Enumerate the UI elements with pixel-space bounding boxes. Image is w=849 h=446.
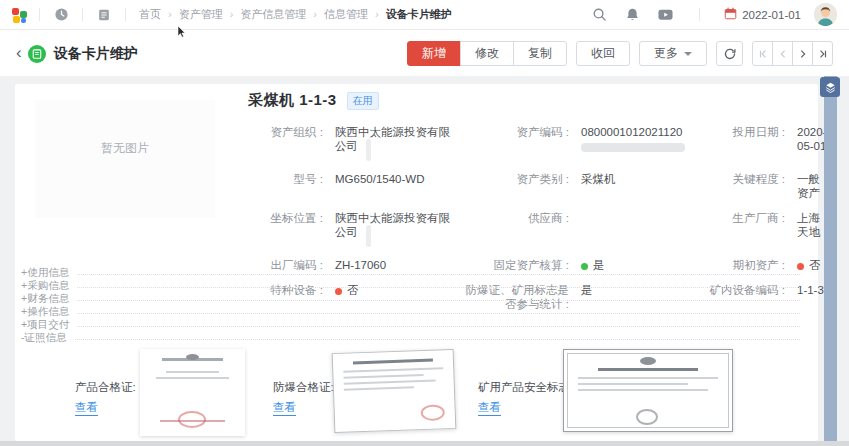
mining-safety-cert-thumbnail[interactable]	[563, 349, 733, 432]
pager-prev-button[interactable]	[772, 41, 793, 66]
field-value: MG650/1540-WD	[329, 168, 457, 207]
side-panel-strip	[824, 76, 837, 446]
field-value: 陕西中太能源投资有限公司	[329, 121, 457, 168]
section-toggle-certificates[interactable]: -证照信息	[21, 331, 800, 344]
field-value: 一般资产	[791, 168, 826, 207]
mouse-cursor	[177, 24, 187, 42]
withdraw-button[interactable]: 收回	[576, 41, 630, 66]
modify-button[interactable]: 修改	[460, 41, 514, 66]
refresh-button[interactable]	[716, 41, 743, 66]
field-label: 投用日期	[693, 121, 785, 168]
masked-value	[581, 143, 685, 152]
explosionproof-cert-thumbnail[interactable]	[332, 349, 457, 433]
date-display: 2022-01-01	[724, 7, 801, 22]
field-label: 供应商	[463, 207, 569, 254]
history-clock-icon[interactable]	[51, 5, 71, 25]
field-label: 资产编码	[463, 121, 569, 168]
chevron-down-icon	[684, 52, 692, 60]
field-value: 采煤机	[575, 168, 687, 207]
field-value: 2020-05-01	[791, 121, 826, 168]
app-logo[interactable]	[12, 7, 28, 23]
user-avatar[interactable]	[814, 3, 837, 26]
toolbar: 新增 修改 复制 收回 更多	[407, 41, 833, 66]
layers-panel-button[interactable]	[820, 77, 840, 97]
field-value: 陕西中太能源投资有限公司	[329, 207, 457, 254]
product-cert-block: 产品合格证: 查看	[75, 380, 136, 416]
field-label: 关键程度	[693, 168, 785, 207]
pager-next-button[interactable]	[792, 41, 813, 66]
pager	[752, 41, 833, 66]
field-value: 0800001012021120	[575, 121, 687, 168]
breadcrumb: 首页 资产管理 资产信息管理 信息管理 设备卡片维护	[139, 7, 452, 22]
pager-last-button[interactable]	[812, 41, 833, 66]
divider	[699, 8, 700, 21]
field-label: 资产组织	[237, 121, 323, 168]
image-placeholder: 暂无图片	[35, 100, 215, 218]
cert-label: 产品合格证:	[75, 380, 136, 395]
page-title: 设备卡片维护	[54, 45, 138, 63]
section-toggle-operation[interactable]: +操作信息	[21, 305, 800, 318]
field-value	[575, 207, 687, 254]
cert-label: 矿用产品安全标志:	[478, 380, 573, 395]
explosionproof-cert-block: 防爆合格证: 查看	[273, 380, 334, 416]
calendar-icon	[724, 7, 737, 22]
copy-button[interactable]: 复制	[513, 41, 567, 66]
section-toggle-procurement[interactable]: +采购信息	[21, 279, 800, 292]
cert-label: 防爆合格证:	[273, 380, 334, 395]
divider	[82, 8, 83, 21]
section-toggle-finance[interactable]: +财务信息	[21, 292, 800, 305]
action-button-group: 新增 修改 复制	[407, 41, 567, 66]
breadcrumb-item-current: 设备卡片维护	[386, 7, 452, 22]
equipment-header: 采煤机 1-1-3 在用	[248, 91, 379, 110]
equipment-title: 采煤机 1-1-3	[248, 91, 337, 110]
search-icon[interactable]	[589, 5, 609, 25]
field-value: 上海天地	[791, 207, 826, 254]
detail-card: 采煤机 1-1-3 在用 暂无图片 资产组织 陕西中太能源投资有限公司 资产编码…	[15, 84, 818, 441]
document-icon[interactable]	[94, 5, 114, 25]
back-button[interactable]: ‹	[16, 44, 26, 63]
divider	[39, 8, 40, 21]
topbar: 首页 资产管理 资产信息管理 信息管理 设备卡片维护 2022-01-01	[0, 0, 849, 30]
status-badge: 在用	[347, 92, 379, 110]
section-toggle-usage[interactable]: +使用信息	[21, 266, 800, 279]
video-icon[interactable]	[655, 5, 675, 25]
layers-icon	[824, 81, 837, 94]
pager-first-button[interactable]	[752, 41, 773, 66]
content-area: 采煤机 1-1-3 在用 暂无图片 资产组织 陕西中太能源投资有限公司 资产编码…	[0, 76, 849, 446]
add-button[interactable]: 新增	[407, 41, 461, 66]
topbar-right: 2022-01-01	[589, 3, 837, 26]
refresh-icon	[723, 47, 737, 61]
breadcrumb-item-info-mgmt[interactable]: 信息管理	[324, 7, 386, 22]
more-button[interactable]: 更多	[639, 41, 707, 66]
no-image-text: 暂无图片	[101, 140, 149, 157]
breadcrumb-item-asset-mgmt[interactable]: 资产管理	[179, 7, 241, 22]
breadcrumb-item-home[interactable]: 首页	[139, 7, 179, 22]
view-link[interactable]: 查看	[273, 400, 296, 416]
redaction-mark	[366, 139, 371, 161]
app-window: 首页 资产管理 资产信息管理 信息管理 设备卡片维护 2022-01-01	[0, 0, 849, 446]
divider	[125, 8, 126, 21]
page-header: ‹ 设备卡片维护 新增 修改 复制 收回 更多	[0, 31, 849, 76]
field-label: 资产类别	[463, 168, 569, 207]
field-label: 型号	[237, 168, 323, 207]
redaction-mark	[366, 225, 371, 247]
product-cert-thumbnail[interactable]	[140, 349, 245, 436]
mining-safety-mark-block: 矿用产品安全标志: 查看	[478, 380, 573, 416]
page-green-icon	[28, 45, 46, 63]
section-toggle-project-delivery[interactable]: +项目交付	[21, 318, 800, 331]
collapsible-sections: +使用信息 +采购信息 +财务信息 +操作信息 +项目交付 -证照信息	[21, 266, 800, 344]
view-link[interactable]: 查看	[75, 400, 98, 416]
current-date: 2022-01-01	[742, 9, 801, 21]
breadcrumb-item-asset-info-mgmt[interactable]: 资产信息管理	[240, 7, 324, 22]
field-label: 生产厂商	[693, 207, 785, 254]
notification-bell-icon[interactable]	[622, 5, 642, 25]
bottom-edge	[0, 441, 849, 446]
field-label: 坐标位置	[237, 207, 323, 254]
view-link[interactable]: 查看	[478, 400, 501, 416]
more-button-label: 更多	[654, 45, 678, 62]
